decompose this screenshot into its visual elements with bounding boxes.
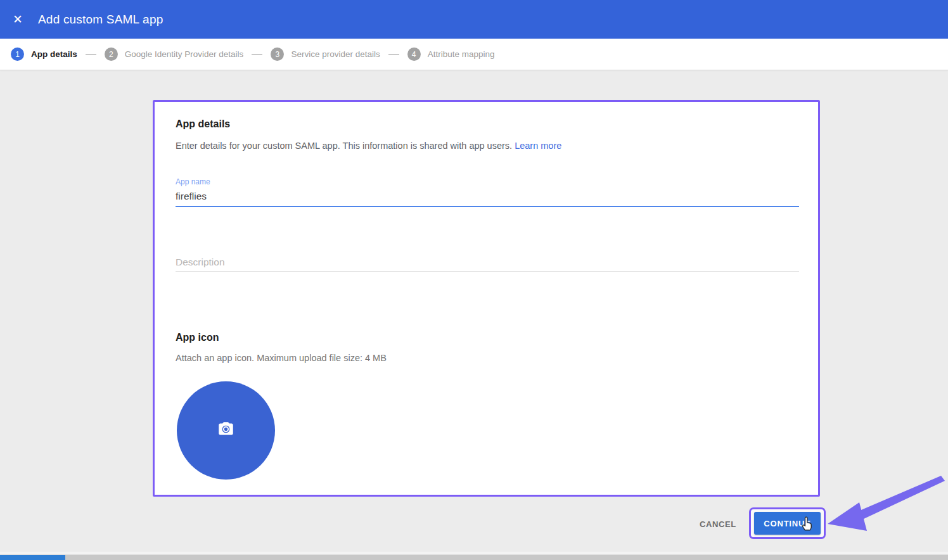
section-title: App details bbox=[176, 118, 230, 130]
camera-icon bbox=[217, 421, 234, 440]
step-service-provider-details: 3 Service provider details bbox=[271, 48, 380, 61]
continue-button[interactable]: CONTINUE bbox=[754, 512, 821, 535]
wizard-stepper: 1 App details 2 Google Identity Provider… bbox=[0, 39, 948, 70]
step-4-circle: 4 bbox=[407, 48, 421, 61]
app-icon-upload-button[interactable] bbox=[177, 381, 275, 480]
learn-more-link[interactable]: Learn more bbox=[515, 141, 561, 151]
step-connector bbox=[388, 54, 399, 55]
section-description-text: Enter details for your custom SAML app. … bbox=[176, 141, 512, 151]
section-description: Enter details for your custom SAML app. … bbox=[176, 141, 561, 151]
step-2-circle: 2 bbox=[105, 48, 118, 61]
step-connector bbox=[252, 54, 262, 55]
description-input[interactable] bbox=[176, 253, 799, 272]
step-2-label: Google Identity Provider details bbox=[125, 49, 244, 59]
dialog-title: Add custom SAML app bbox=[38, 13, 163, 27]
app-details-card: App details Enter details for your custo… bbox=[153, 100, 820, 497]
annotation-arrow bbox=[821, 473, 946, 536]
step-3-circle: 3 bbox=[271, 48, 284, 61]
step-1-label: App details bbox=[31, 49, 77, 59]
step-1-circle: 1 bbox=[11, 48, 24, 61]
step-google-idp-details: 2 Google Identity Provider details bbox=[105, 48, 244, 61]
app-icon-description: Attach an app icon. Maximum upload file … bbox=[176, 353, 387, 363]
step-attribute-mapping: 4 Attribute mapping bbox=[407, 48, 495, 61]
step-3-label: Service provider details bbox=[291, 49, 380, 59]
annotation-box-continue: CONTINUE bbox=[749, 507, 826, 539]
dialog-header: ✕ Add custom SAML app bbox=[0, 0, 948, 39]
cancel-button[interactable]: CANCEL bbox=[695, 514, 741, 533]
step-4-label: Attribute mapping bbox=[428, 49, 495, 59]
video-progress-fill bbox=[0, 555, 65, 560]
app-name-label: App name bbox=[176, 177, 210, 186]
step-app-details: 1 App details bbox=[11, 48, 77, 61]
step-connector bbox=[86, 54, 96, 55]
app-name-input[interactable] bbox=[176, 187, 799, 207]
app-icon-title: App icon bbox=[176, 332, 219, 343]
close-icon[interactable]: ✕ bbox=[5, 7, 30, 32]
video-progress-bar[interactable] bbox=[0, 554, 948, 560]
